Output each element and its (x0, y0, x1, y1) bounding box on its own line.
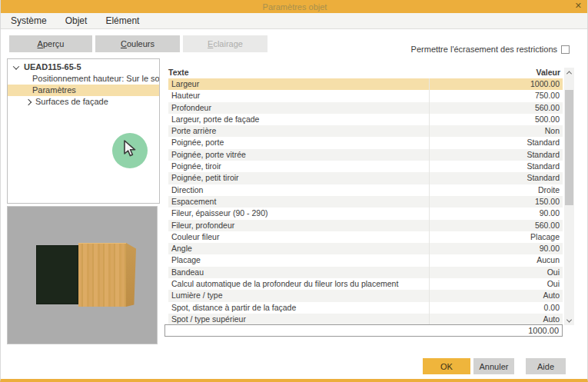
restrictions-checkbox[interactable] (561, 45, 570, 54)
dialog-title: Paramètres objet (263, 2, 327, 12)
tab-eclairage: Eclairage (183, 35, 267, 52)
param-name: Hauteur (168, 90, 535, 101)
param-name: Bandeau (168, 267, 547, 278)
param-name: Couleur fileur (168, 231, 530, 243)
param-name: Lumière / type (168, 290, 543, 301)
table-row[interactable]: Largeur 1000.00 (168, 78, 563, 90)
param-value: 500.00 (535, 114, 563, 125)
table-row[interactable]: Calcul automatique de la profondeur du f… (168, 278, 563, 290)
ok-button[interactable]: OK (423, 358, 470, 374)
param-name: Porte arrière (168, 125, 545, 137)
param-name: Largeur, porte de façade (168, 114, 535, 125)
table-row[interactable]: Couleur fileur Placage (168, 231, 563, 243)
table-row[interactable]: Espacement 150.00 (168, 196, 563, 208)
param-value: 0.00 (544, 302, 563, 314)
tab-couleurs[interactable]: Couleurs (95, 35, 180, 52)
param-value: Standard (527, 172, 563, 184)
value-edit-field[interactable] (164, 324, 563, 337)
param-value: Placage (530, 231, 563, 243)
tree-item-surfaces[interactable]: Surfaces de façade (8, 96, 159, 108)
param-value: 560.00 (535, 220, 563, 231)
menu-bar: Système Objet Elément (1, 13, 587, 29)
param-name: Fileur, profondeur (168, 220, 535, 231)
cursor-arrow-icon (122, 140, 138, 160)
help-button[interactable]: Aide (526, 358, 566, 374)
param-value: 150.00 (535, 196, 563, 208)
cursor-highlight (112, 133, 148, 168)
table-row[interactable]: Poignée, tiroir Standard (168, 161, 563, 172)
param-name: Poignée, porte (168, 137, 527, 148)
scroll-down-icon[interactable] (564, 316, 574, 325)
param-value: 560.00 (535, 102, 563, 114)
table-row[interactable]: Fileur, profondeur 560.00 (168, 220, 563, 231)
menu-objet[interactable]: Objet (56, 13, 97, 28)
chevron-down-icon[interactable] (13, 63, 19, 69)
param-name: Poignée, porte vitrée (168, 149, 527, 161)
object-tree: UEAD115-65-5 Positionnement hauteur: Sur… (7, 58, 160, 204)
param-name: Profondeur (168, 102, 535, 114)
parameters-dialog: Paramètres objet ✕ Système Objet Elément… (0, 0, 588, 382)
tree-item-parametres[interactable]: Paramètres (8, 85, 159, 96)
cabinet-side-face (126, 243, 136, 307)
table-row[interactable]: Fileur, épaisseur (90 - 290) 90.00 (168, 208, 563, 219)
table-row[interactable]: Hauteur 750.00 (168, 90, 563, 101)
table-row[interactable]: Porte arrière Non (168, 125, 563, 137)
param-value: Auto (543, 290, 563, 301)
tree-root-item[interactable]: UEAD115-65-5 (8, 61, 159, 73)
scroll-up-icon[interactable] (564, 68, 574, 77)
table-row[interactable]: Spot / type supérieur Auto (168, 314, 563, 325)
param-value: Standard (527, 149, 563, 161)
restrictions-label: Permettre l'écrasement des restrictions (411, 45, 557, 54)
table-row[interactable]: Placage Aucun (168, 254, 563, 266)
param-name: Largeur (168, 78, 530, 90)
param-name: Fileur, épaisseur (90 - 290) (168, 208, 540, 219)
param-table-body: Largeur 1000.00 Hauteur 750.00 Profondeu… (168, 78, 563, 325)
param-value: 90.00 (540, 243, 563, 254)
menu-element[interactable]: Elément (96, 13, 148, 28)
table-scrollbar[interactable] (564, 68, 574, 325)
param-value: Auto (543, 314, 563, 325)
table-row[interactable]: Lumière / type Auto (168, 290, 563, 301)
param-name: Spot / type supérieur (168, 314, 543, 325)
param-name: Spot, distance à partir de la façade (168, 302, 544, 314)
cancel-button[interactable]: Annuler (473, 358, 514, 374)
table-row[interactable]: Poignée, petit tiroir Standard (168, 172, 563, 184)
column-header-valeur[interactable]: Valeur (536, 68, 563, 78)
column-header-texte[interactable]: Texte (168, 68, 536, 78)
param-name: Calcul automatique de la profondeur du f… (168, 278, 547, 290)
table-row[interactable]: Direction Droite (168, 184, 563, 196)
param-value: 90.00 (540, 208, 563, 219)
param-value: Standard (527, 161, 563, 172)
param-value: 750.00 (535, 90, 563, 101)
param-value: Standard (527, 137, 563, 148)
restrictions-row: Permettre l'écrasement des restrictions (411, 45, 570, 54)
cabinet-front-face (78, 243, 126, 307)
menu-systeme[interactable]: Système (1, 13, 56, 28)
parameter-table: Texte Valeur Largeur 1000.00 Hauteur 750… (168, 68, 563, 325)
table-row[interactable]: Largeur, porte de façade 500.00 (168, 114, 563, 125)
param-value: 1000.00 (530, 78, 563, 90)
table-row[interactable]: Spot, distance à partir de la façade 0.0… (168, 302, 563, 314)
table-row[interactable]: Profondeur 560.00 (168, 102, 563, 114)
cabinet-preview (7, 206, 158, 344)
table-header: Texte Valeur (168, 68, 563, 78)
table-row[interactable]: Poignée, porte Standard (168, 137, 563, 148)
param-name: Poignée, tiroir (168, 161, 527, 172)
param-value: Oui (547, 278, 563, 290)
table-row[interactable]: Poignée, porte vitrée Standard (168, 149, 563, 161)
chevron-right-icon[interactable] (25, 98, 32, 105)
tab-apercu[interactable]: Aperçu (9, 35, 92, 52)
cabinet-door-panel (36, 245, 78, 304)
param-value: Droite (538, 184, 563, 196)
scrollbar-thumb[interactable] (565, 90, 573, 205)
param-name: Placage (168, 254, 537, 266)
table-row[interactable]: Angle 90.00 (168, 243, 563, 254)
table-row[interactable]: Bandeau Oui (168, 267, 563, 278)
title-bar: Paramètres objet ✕ (0, 0, 588, 13)
param-value: Oui (547, 267, 563, 278)
param-name: Angle (168, 243, 540, 254)
param-name: Poignée, petit tiroir (168, 172, 527, 184)
close-icon[interactable]: ✕ (575, 1, 582, 11)
tree-item-positionnement[interactable]: Positionnement hauteur: Sur le soc... (8, 73, 159, 85)
param-value: Non (545, 125, 563, 137)
